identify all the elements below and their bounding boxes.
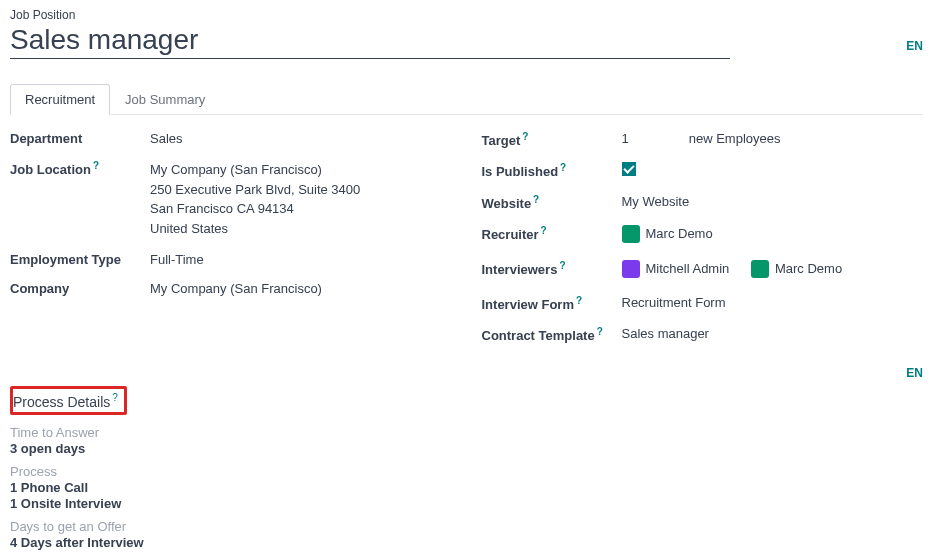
help-icon[interactable]: ? — [522, 131, 528, 142]
help-icon[interactable]: ? — [576, 295, 582, 306]
website-label: Website? — [482, 194, 622, 211]
job-position-title-input[interactable] — [10, 24, 730, 59]
tab-job-summary[interactable]: Job Summary — [110, 84, 220, 115]
department-label: Department — [10, 131, 150, 146]
help-icon[interactable]: ? — [541, 225, 547, 236]
interview-form-value[interactable]: Recruitment Form — [622, 295, 924, 310]
process-line-1[interactable]: 1 Phone Call — [10, 480, 923, 495]
days-offer-value[interactable]: 4 Days after Interview — [10, 535, 923, 550]
recruiter-label: Recruiter? — [482, 225, 622, 242]
process-label: Process — [10, 464, 923, 479]
avatar — [622, 260, 640, 278]
employment-type-value[interactable]: Full-Time — [150, 252, 452, 267]
interviewers-label: Interviewers? — [482, 260, 622, 277]
target-label: Target? — [482, 131, 622, 148]
company-label: Company — [10, 281, 150, 296]
interview-form-label: Interview Form? — [482, 295, 622, 312]
job-location-value[interactable]: My Company (San Francisco) 250 Executive… — [150, 160, 452, 238]
company-value[interactable]: My Company (San Francisco) — [150, 281, 452, 296]
job-position-field-label: Job Position — [10, 8, 886, 22]
time-to-answer-label: Time to Answer — [10, 425, 923, 440]
lang-toggle-en[interactable]: EN — [906, 39, 923, 53]
help-icon[interactable]: ? — [112, 392, 118, 403]
tabs-container: Recruitment Job Summary — [10, 83, 923, 115]
interviewers-value[interactable]: Mitchell Admin Marc Demo — [622, 260, 924, 281]
recruiter-value[interactable]: Marc Demo — [622, 225, 924, 246]
tab-recruitment[interactable]: Recruitment — [10, 84, 110, 115]
target-suffix: new Employees — [689, 131, 781, 146]
help-icon[interactable]: ? — [560, 162, 566, 173]
help-icon[interactable]: ? — [93, 160, 99, 171]
process-line-2[interactable]: 1 Onsite Interview — [10, 496, 923, 511]
is-published-label: Is Published? — [482, 162, 622, 179]
job-location-label: Job Location? — [10, 160, 150, 177]
days-offer-label: Days to get an Offer — [10, 519, 923, 534]
website-value[interactable]: My Website — [622, 194, 924, 209]
contract-template-value[interactable]: Sales manager — [622, 326, 924, 341]
help-icon[interactable]: ? — [533, 194, 539, 205]
contract-template-label: Contract Template? — [482, 326, 622, 343]
avatar — [622, 225, 640, 243]
process-details-heading: Process Details? — [10, 386, 127, 416]
employment-type-label: Employment Type — [10, 252, 150, 267]
time-to-answer-value[interactable]: 3 open days — [10, 441, 923, 456]
help-icon[interactable]: ? — [559, 260, 565, 271]
department-value[interactable]: Sales — [150, 131, 452, 146]
avatar — [751, 260, 769, 278]
help-icon[interactable]: ? — [597, 326, 603, 337]
target-value[interactable]: 1new Employees — [622, 131, 924, 146]
lang-toggle-en-process[interactable]: EN — [906, 366, 923, 380]
is-published-checkbox[interactable] — [622, 162, 636, 176]
